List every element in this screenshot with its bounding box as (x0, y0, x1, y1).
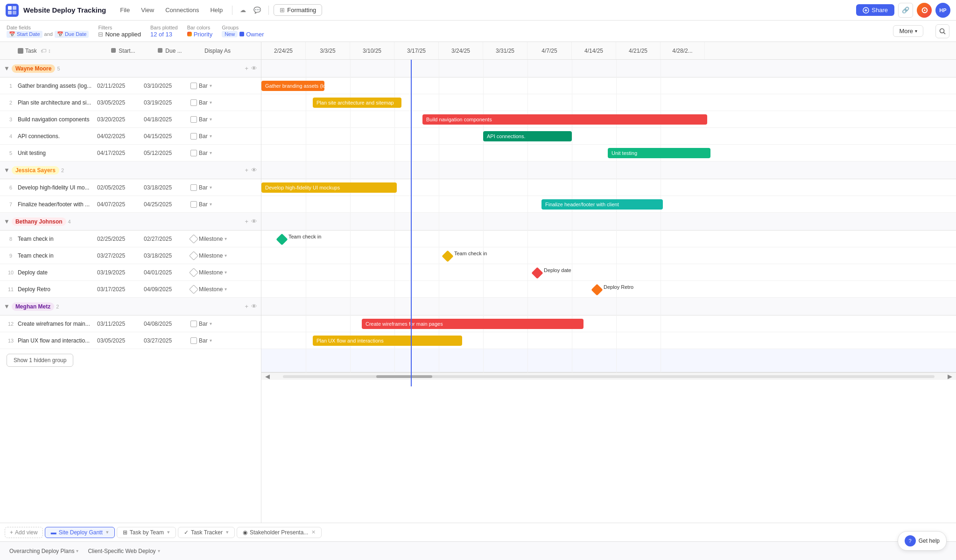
group-hide-jessica[interactable]: 👁 (251, 167, 257, 174)
scroll-thumb[interactable] (376, 375, 432, 378)
milestone-11[interactable] (591, 284, 603, 295)
task-start-10[interactable]: 03/19/2025 (97, 269, 144, 276)
task-name-13[interactable]: Plan UX flow and interactio... (18, 337, 97, 344)
task-due-1[interactable]: 03/10/2025 (144, 83, 190, 89)
task-type-2[interactable]: Bar ▾ (190, 99, 257, 106)
start-date-badge[interactable]: 📅 Start Date (7, 31, 42, 38)
task-type-10[interactable]: Milestone ▾ (190, 269, 257, 276)
task-name-6[interactable]: Develop high-fidelity UI mo... (18, 184, 97, 191)
task-type-9[interactable]: Milestone ▾ (190, 252, 257, 259)
client-specific-item[interactable]: Client-Specific Web Deploy ▾ (88, 548, 160, 554)
task-name-3[interactable]: Build navigation components (18, 116, 97, 123)
formatting-button[interactable]: ⊞ Formatting (274, 4, 322, 16)
task-name-2[interactable]: Plan site architecture and si... (18, 99, 97, 106)
gantt-bar-13[interactable]: Plan UX flow and interactions (313, 336, 462, 346)
task-start-4[interactable]: 04/02/2025 (97, 133, 144, 140)
task-type-12[interactable]: Bar ▾ (190, 321, 257, 327)
get-help-button[interactable]: ? Get help (898, 531, 947, 551)
group-hide-wayne[interactable]: 👁 (251, 65, 257, 72)
type-chevron-11[interactable]: ▾ (225, 287, 227, 292)
stakeholder-tab-close[interactable]: ✕ (311, 529, 316, 535)
col-header-due[interactable]: Due ... (158, 48, 204, 54)
group-hide-bethany[interactable]: 👁 (251, 218, 257, 225)
bars-plotted-value[interactable]: 12 of 13 (150, 31, 178, 38)
milestone-8[interactable] (276, 233, 288, 245)
type-chevron-7[interactable]: ▾ (210, 202, 212, 207)
gantt-bar-5[interactable]: Unit testing (608, 148, 710, 158)
task-type-5[interactable]: Bar ▾ (190, 150, 257, 156)
task-due-8[interactable]: 02/27/2025 (144, 236, 190, 242)
gantt-bar-2[interactable]: Plan site architecture and sitemap (313, 98, 401, 108)
tab-stakeholder[interactable]: ◉ Stakeholder Presenta... ✕ (237, 527, 322, 538)
task-type-7[interactable]: Bar ▾ (190, 201, 257, 208)
task-start-2[interactable]: 03/05/2025 (97, 99, 144, 106)
scroll-track[interactable] (283, 375, 935, 378)
task-due-4[interactable]: 04/15/2025 (144, 133, 190, 140)
task-due-11[interactable]: 04/09/2025 (144, 286, 190, 293)
type-chevron-6[interactable]: ▾ (210, 185, 212, 190)
filters-value[interactable]: ⊟ None applied (98, 31, 141, 38)
group-add-jessica[interactable]: + (245, 167, 248, 174)
more-button[interactable]: More ▾ (893, 25, 923, 37)
due-date-badge[interactable]: 📅 Due Date (55, 31, 89, 38)
gantt-bar-1[interactable]: Gather branding assets (logo, font... (261, 81, 324, 91)
task-start-5[interactable]: 04/17/2025 (97, 150, 144, 156)
task-name-4[interactable]: API connections. (18, 133, 97, 140)
gantt-bar-12[interactable]: Create wireframes for main pages (362, 319, 583, 329)
tracker-tab-close[interactable]: ▾ (226, 529, 229, 535)
col-header-display[interactable]: Display As (204, 48, 257, 54)
type-chevron-10[interactable]: ▾ (225, 270, 227, 275)
group-hide-meghan[interactable]: 👁 (251, 303, 257, 310)
group-add-wayne[interactable]: + (245, 65, 248, 72)
type-chevron-5[interactable]: ▾ (210, 150, 212, 155)
task-name-5[interactable]: Unit testing (18, 150, 97, 156)
scroll-left-arrow[interactable]: ◀ (261, 373, 274, 380)
search-button[interactable] (935, 24, 949, 38)
task-name-8[interactable]: Team check in (18, 236, 97, 242)
task-name-1[interactable]: Gather branding assets (log... (18, 83, 97, 89)
type-chevron-9[interactable]: ▾ (225, 253, 227, 258)
nav-view[interactable]: View (136, 5, 159, 15)
tab-site-deploy-gantt[interactable]: ▬ Site Deploy Gantt ▾ (45, 527, 115, 538)
add-view-button[interactable]: + Add view (5, 527, 43, 538)
gantt-bar-6[interactable]: Develop high-fidelity UI mockups (261, 182, 397, 193)
show-hidden-button[interactable]: Show 1 hidden group (7, 354, 73, 367)
task-start-12[interactable]: 03/11/2025 (97, 321, 144, 327)
type-chevron-12[interactable]: ▾ (210, 321, 212, 326)
tab-task-tracker[interactable]: ✓ Task Tracker ▾ (178, 527, 235, 538)
task-type-6[interactable]: Bar ▾ (190, 184, 257, 191)
group-tag-jessica[interactable]: Jessica Sayers (12, 166, 59, 175)
task-name-12[interactable]: Create wireframes for main... (18, 321, 97, 327)
task-start-11[interactable]: 03/17/2025 (97, 286, 144, 293)
nav-help[interactable]: Help (205, 5, 227, 15)
task-name-11[interactable]: Deploy Retro (18, 286, 97, 293)
task-due-6[interactable]: 03/18/2025 (144, 184, 190, 191)
milestone-10[interactable] (531, 267, 543, 279)
type-chevron-1[interactable]: ▾ (210, 83, 212, 88)
task-start-1[interactable]: 02/11/2025 (97, 83, 144, 89)
group-chevron-wayne[interactable]: ▼ (4, 65, 10, 72)
type-chevron-4[interactable]: ▾ (210, 133, 212, 139)
group-tag-wayne[interactable]: Wayne Moore (12, 64, 56, 73)
task-start-8[interactable]: 02/25/2025 (97, 236, 144, 242)
type-chevron-8[interactable]: ▾ (225, 236, 227, 241)
bar-colors-value[interactable]: Priority (187, 31, 212, 38)
gantt-tab-close[interactable]: ▾ (106, 529, 109, 535)
tab-task-by-team[interactable]: ⊞ Task by Team ▾ (117, 527, 176, 538)
type-chevron-3[interactable]: ▾ (210, 117, 212, 122)
group-tag-meghan[interactable]: Meghan Metz (12, 302, 54, 311)
user-avatar-initials[interactable]: HP (935, 3, 950, 18)
task-start-7[interactable]: 04/07/2025 (97, 201, 144, 208)
nav-file[interactable]: File (115, 5, 134, 15)
task-start-9[interactable]: 03/27/2025 (97, 252, 144, 259)
group-chevron-bethany[interactable]: ▼ (4, 218, 10, 225)
task-type-8[interactable]: Milestone ▾ (190, 236, 257, 242)
task-due-13[interactable]: 03/27/2025 (144, 337, 190, 344)
task-due-5[interactable]: 05/12/2025 (144, 150, 190, 156)
nav-connections[interactable]: Connections (161, 5, 204, 15)
chat-icon[interactable]: 💬 (251, 5, 264, 15)
task-type-11[interactable]: Milestone ▾ (190, 286, 257, 293)
task-start-3[interactable]: 03/20/2025 (97, 116, 144, 123)
task-start-6[interactable]: 02/05/2025 (97, 184, 144, 191)
task-tab-close[interactable]: ▾ (167, 529, 170, 535)
